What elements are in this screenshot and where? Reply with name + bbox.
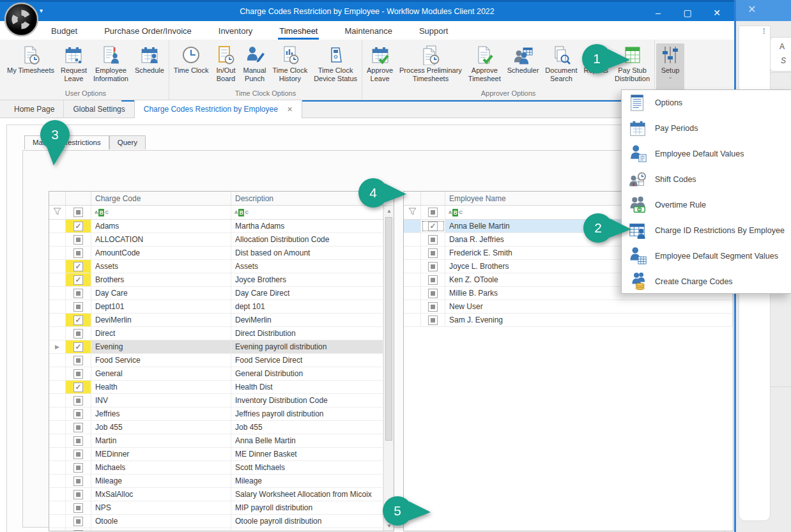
- ribbon-button-time-clock-history[interactable]: Time Clock History: [270, 43, 311, 84]
- document-tab-charge-codes-restriction-by-employee[interactable]: Charge Codes Restriction by Employee✕: [134, 100, 302, 118]
- document-tab-global-settings[interactable]: Global Settings: [63, 100, 134, 118]
- ribbon-button-time-clock-device-status[interactable]: Time Clock Device Status: [311, 43, 360, 84]
- row-checkbox[interactable]: ✓: [73, 262, 83, 271]
- document-tab-home-page[interactable]: Home Page: [5, 100, 63, 118]
- row-checkbox[interactable]: [73, 369, 83, 379]
- row-checkbox[interactable]: [73, 450, 83, 459]
- charge-code-row[interactable]: MEDinnerME Dinner Basket: [49, 448, 394, 461]
- charge-code-row[interactable]: NPSMIP payroll distribution: [49, 501, 394, 515]
- ribbon-button-manual-punch[interactable]: Manual Punch: [240, 43, 269, 84]
- charge-code-row[interactable]: MileageMileage: [49, 475, 394, 488]
- close-button[interactable]: ✕: [702, 2, 732, 23]
- charge-code-row[interactable]: GeneralGeneral Distribution: [49, 367, 394, 381]
- charge-code-row[interactable]: OtooleOtoole payroll distribution: [49, 515, 394, 528]
- setup-menu-item-options[interactable]: Options: [622, 90, 791, 116]
- menubar-tab-budget[interactable]: Budget: [50, 23, 79, 38]
- menubar-tab-purchase-order-invoice[interactable]: Purchase Order/Invoice: [103, 23, 193, 38]
- row-checkbox[interactable]: [73, 302, 83, 312]
- setup-menu-item-charge-id-restrictions-by-employee[interactable]: Charge ID Restrictions By Employee: [622, 218, 791, 243]
- row-checkbox[interactable]: [73, 476, 83, 486]
- text-filter-abc-icon[interactable]: ABC: [449, 209, 463, 217]
- charge-code-row[interactable]: ✓HealthHealth Dist: [49, 381, 394, 394]
- row-checkbox[interactable]: [428, 235, 438, 245]
- ribbon-button-schedule[interactable]: Schedule: [132, 43, 167, 76]
- row-checkbox[interactable]: [73, 356, 83, 365]
- app-logo-icon[interactable]: [4, 3, 38, 36]
- row-checkbox[interactable]: [428, 262, 438, 271]
- charge-code-row[interactable]: MichaelsScott Michaels: [49, 461, 394, 475]
- menubar-tab-timesheet[interactable]: Timesheet: [278, 23, 319, 38]
- charge-code-row[interactable]: AmountCodeDist based on Amount: [49, 247, 394, 260]
- charge-code-row[interactable]: DirectDirect Distribution: [49, 327, 394, 340]
- maximize-button[interactable]: ▢: [673, 2, 702, 23]
- row-checkbox[interactable]: ✓: [73, 275, 83, 285]
- employee-row[interactable]: New User: [404, 300, 733, 314]
- setup-menu-item-shift-codes[interactable]: Shift Codes: [622, 167, 791, 192]
- row-checkbox[interactable]: [73, 436, 83, 446]
- text-filter-abc-icon[interactable]: ABC: [95, 209, 109, 217]
- row-checkbox[interactable]: [73, 208, 83, 217]
- row-checkbox[interactable]: ✓: [73, 222, 83, 231]
- ribbon-button-time-clock[interactable]: Time Clock: [171, 43, 212, 76]
- text-filter-abc-icon[interactable]: ABC: [234, 209, 249, 217]
- setup-menu-item-employee-default-segment-values[interactable]: Employee Default Segment Values: [622, 243, 791, 269]
- row-checkbox[interactable]: ✓: [73, 315, 83, 325]
- minimize-button[interactable]: –: [643, 2, 673, 23]
- charge-code-row[interactable]: ALLOCATIONAllocation Distribution Code: [49, 233, 394, 247]
- row-checkbox[interactable]: [73, 409, 83, 419]
- row-checkbox[interactable]: [428, 289, 438, 298]
- row-checkbox[interactable]: [73, 463, 83, 473]
- row-checkbox[interactable]: [73, 517, 83, 526]
- row-checkbox[interactable]: ✓: [73, 342, 83, 352]
- row-checkbox[interactable]: ✓: [428, 222, 438, 231]
- row-checkbox[interactable]: [73, 530, 83, 532]
- filter-funnel-icon[interactable]: [53, 208, 61, 217]
- inner-tab-query[interactable]: Query: [109, 135, 146, 149]
- menubar-tab-inventory[interactable]: Inventory: [217, 23, 254, 38]
- menubar-tab-maintenance[interactable]: Maintenance: [343, 23, 393, 38]
- menubar-tab-support[interactable]: Support: [418, 23, 450, 38]
- charge-code-row[interactable]: ParksParks payroll distribution: [49, 528, 394, 531]
- tab-close-icon[interactable]: ✕: [287, 105, 293, 114]
- ribbon-button-approve-timesheet[interactable]: Approve Timesheet: [465, 43, 504, 84]
- ribbon-button-request-leave[interactable]: Request Leave: [58, 43, 90, 84]
- ribbon-button-process-preliminary-timesheets[interactable]: Process Preliminary Timesheets: [396, 43, 465, 84]
- row-checkbox[interactable]: [428, 275, 438, 285]
- column-header[interactable]: Charge Code: [91, 192, 231, 205]
- row-checkbox[interactable]: [73, 503, 83, 513]
- charge-code-row[interactable]: ✓DeviMerlinDeviMerlin: [49, 314, 394, 327]
- row-checkbox[interactable]: ✓: [73, 383, 83, 392]
- charge-code-row[interactable]: MxSalAllocSalary Worksheet Allocation fr…: [49, 488, 394, 501]
- setup-menu-item-employee-default-values[interactable]: Employee Default Values: [622, 141, 791, 167]
- charge-code-row[interactable]: ✓AdamsMartha Adams: [49, 220, 394, 233]
- row-checkbox[interactable]: [428, 248, 438, 258]
- row-checkbox[interactable]: [73, 289, 83, 298]
- ribbon-button-document-search[interactable]: Document Search: [542, 43, 580, 84]
- ribbon-button-my-timesheets[interactable]: My Timesheets: [4, 43, 58, 76]
- ribbon-button-in-out-board[interactable]: In/Out Board: [211, 43, 240, 84]
- row-checkbox[interactable]: [73, 423, 83, 432]
- charge-code-row[interactable]: JeffriesJeffries payroll distribution: [49, 407, 394, 421]
- setup-menu-item-overtime-rule[interactable]: $Overtime Rule: [622, 192, 791, 218]
- setup-menu-item-pay-periods[interactable]: Pay Periods: [622, 116, 791, 141]
- ribbon-button-approve-leave[interactable]: Approve Leave: [364, 43, 396, 84]
- row-checkbox[interactable]: [428, 315, 438, 325]
- charge-code-row[interactable]: INVInventory Distribution Code: [49, 394, 394, 407]
- charge-code-row[interactable]: Job 455Job 455: [49, 421, 394, 434]
- row-checkbox[interactable]: [73, 329, 83, 338]
- charge-code-row[interactable]: Food ServiceFood Service Direct: [49, 354, 394, 367]
- charge-code-row[interactable]: MartinAnna Belle Martin: [49, 434, 394, 448]
- row-checkbox[interactable]: [428, 208, 438, 217]
- charge-code-row[interactable]: Day CareDay Care Direct: [49, 287, 394, 300]
- ribbon-button-employee-information[interactable]: Employee Information: [90, 43, 132, 84]
- charge-code-row[interactable]: Dept101dept 101: [49, 300, 394, 314]
- row-checkbox[interactable]: [73, 490, 83, 499]
- scroll-thumb[interactable]: [385, 217, 392, 441]
- charge-code-row[interactable]: ✓AssetsAssets: [49, 260, 394, 273]
- charge-code-row[interactable]: ✓BrothersJoyce Brothers: [49, 273, 394, 287]
- charge-code-row[interactable]: ▶✓EveningEvening payroll distribution: [49, 340, 394, 354]
- row-checkbox[interactable]: [428, 302, 438, 312]
- employee-row[interactable]: Sam J. Evening: [404, 314, 733, 327]
- background-close-icon[interactable]: ✕: [748, 3, 756, 15]
- row-checkbox[interactable]: [73, 235, 83, 245]
